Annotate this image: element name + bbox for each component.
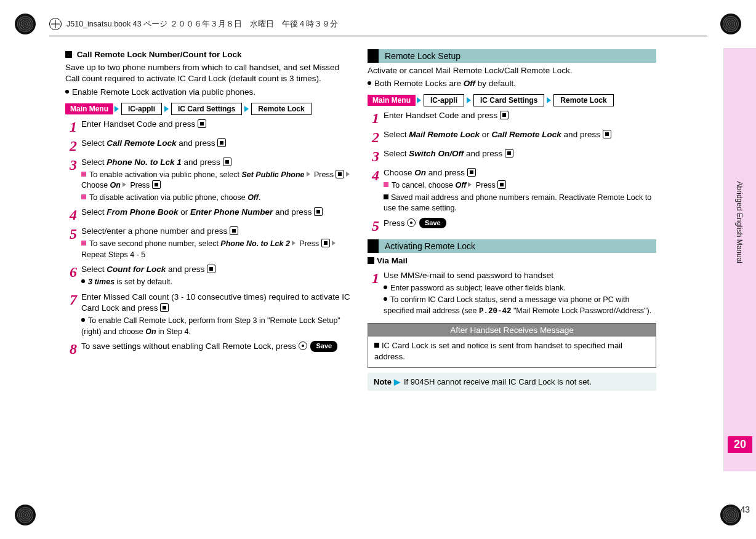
menu-path: Main Menu IC-appli IC Card Settings Remo… [65, 103, 354, 115]
menu-arrow-icon [467, 97, 471, 103]
menu-item: IC Card Settings [171, 103, 242, 115]
step-7: 7 Enter Missed Call count (3 - 10 consec… [65, 292, 354, 338]
menu-arrow-icon [164, 106, 169, 112]
via-mail-step-1: 1 Use MMS/e-mail to send password to han… [368, 270, 656, 317]
menu-item: Remote Lock [553, 94, 613, 106]
r-step-1: 1 Enter Handset Code and press [368, 110, 656, 126]
via-mail-b1: Enter password as subject; leave other f… [384, 283, 656, 294]
r-step-4-sub2: Saved mail address and phone numbers rem… [384, 193, 656, 214]
dot-bullet-icon [368, 81, 371, 85]
step-6: 6 Select Count for Lock and press 3 time… [65, 264, 354, 287]
section-lead-icon [368, 239, 379, 253]
print-header-text: J510_insatsu.book 43 ページ ２００６年３月８日 水曜日 午… [66, 19, 338, 30]
register-mark-icon [49, 18, 62, 30]
page-number: 20-43 [728, 505, 750, 514]
left-bullet: Enable Remote Lock activation via public… [65, 87, 354, 98]
step-2: 2 Select Call Remote Lock and press [65, 138, 354, 153]
left-column: Call Remote Lock Number/Count for Lock S… [65, 49, 354, 517]
crop-mark-icon [720, 14, 741, 34]
box-title: After Handset Receives Message [368, 324, 656, 337]
dot-bullet-icon [384, 285, 387, 289]
step-3-sub2: To disable activation via public phone, … [81, 193, 354, 204]
square-bullet-icon [368, 257, 374, 264]
menu-arrow-icon [417, 97, 421, 103]
center-key-icon [299, 341, 307, 350]
ok-key-icon [160, 303, 169, 312]
note-arrow-icon: ▶ [394, 377, 400, 388]
dot-bullet-icon [81, 279, 85, 283]
menu-item: Remote Lock [251, 103, 311, 115]
step-4: 4 Select From Phone Book or Enter Phone … [65, 207, 354, 222]
note-row: Note ▶ If 904SH cannot receive mail IC C… [368, 373, 656, 391]
section-title: Remote Lock Setup [379, 49, 656, 63]
left-intro: Save up to two phone numbers from which … [65, 62, 354, 84]
pink-bullet-icon [81, 241, 86, 246]
dot-bullet-icon [81, 318, 85, 322]
ok-key-icon [467, 168, 476, 177]
section-activating-remote-lock: Activating Remote Lock [368, 239, 656, 253]
center-key-icon [407, 218, 416, 227]
arrow-right-icon [123, 182, 126, 187]
step-3: 3 Select Phone No. to Lck 1 and press To… [65, 157, 354, 203]
ok-key-icon [217, 138, 226, 147]
arrow-right-icon [292, 241, 296, 246]
chapter-tab: Abridged English Manual 20 [723, 48, 756, 471]
left-heading: Call Remote Lock Number/Count for Lock [65, 49, 354, 60]
right-column: Remote Lock Setup Activate or cancel Mai… [368, 49, 656, 517]
ok-key-icon [603, 130, 611, 138]
ok-key-icon [500, 111, 509, 119]
right-intro: Activate or cancel Mail Remote Lock/Call… [368, 65, 656, 76]
ok-key-icon [198, 119, 206, 128]
step-8: 8 To save settings without enabling Call… [65, 341, 354, 356]
menu-item: IC-appli [424, 94, 464, 106]
step-1: 1 Enter Handset Code and press [65, 119, 354, 134]
ok-key-icon [152, 180, 161, 189]
menu-main: Main Menu [368, 95, 416, 106]
menu-item: IC Card Settings [473, 94, 544, 106]
dot-bullet-icon [65, 90, 69, 94]
save-softkey: Save [310, 341, 337, 351]
r-step-2: 2 Select Mail Remote Lock or Call Remote… [368, 129, 656, 145]
ok-key-icon [321, 239, 330, 247]
header-rule [49, 36, 707, 36]
arrow-right-icon [332, 241, 336, 246]
box-body: IC Card Lock is set and notice is sent f… [368, 337, 656, 367]
menu-arrow-icon [547, 97, 551, 103]
chapter-number-badge: 20 [728, 436, 752, 453]
crop-mark-icon [15, 505, 36, 525]
step-3-sub1: To enable activation via public phone, s… [81, 170, 354, 191]
menu-item: IC-appli [121, 103, 162, 115]
ok-key-icon [497, 180, 506, 189]
section-title: Activating Remote Lock [379, 239, 656, 253]
menu-path: Main Menu IC-appli IC Card Settings Remo… [368, 94, 656, 106]
step-5-sub: To save second phone number, select Phon… [81, 239, 354, 260]
section-remote-lock-setup: Remote Lock Setup [368, 49, 656, 63]
ok-key-icon [207, 265, 215, 273]
via-mail-heading: Via Mail [368, 255, 656, 266]
section-vertical-label: Abridged English Manual [735, 182, 744, 263]
square-bullet-icon [65, 51, 72, 58]
r-step-4-sub1: To cancel, choose Off Press [384, 180, 656, 191]
arrow-right-icon [346, 172, 350, 177]
menu-arrow-icon [244, 106, 249, 112]
r-step-3: 3 Select Switch On/Off and press [368, 148, 656, 164]
pink-bullet-icon [81, 194, 86, 199]
menu-main: Main Menu [65, 103, 113, 114]
note-body: If 904SH cannot receive mail IC Card Loc… [404, 377, 592, 388]
ok-key-icon [314, 207, 323, 216]
step-5: 5 Select/enter a phone number and press … [65, 226, 354, 260]
pink-bullet-icon [81, 172, 86, 177]
print-header: J510_insatsu.book 43 ページ ２００６年３月８日 水曜日 午… [49, 14, 707, 34]
section-lead-icon [368, 49, 379, 63]
step-7-note: To enable Call Remote Lock, perform from… [81, 316, 354, 337]
ok-key-icon [223, 158, 231, 166]
dot-bullet-icon [384, 297, 387, 301]
note-label: Note [374, 377, 392, 388]
right-bullet: Both Remote Locks are Off by default. [368, 78, 656, 89]
arrow-right-icon [307, 172, 310, 177]
menu-arrow-icon [115, 106, 119, 112]
crop-mark-icon [15, 14, 36, 34]
arrow-right-icon [468, 182, 472, 187]
step-6-note: 3 times is set by default. [81, 277, 354, 288]
save-softkey: Save [419, 218, 446, 228]
